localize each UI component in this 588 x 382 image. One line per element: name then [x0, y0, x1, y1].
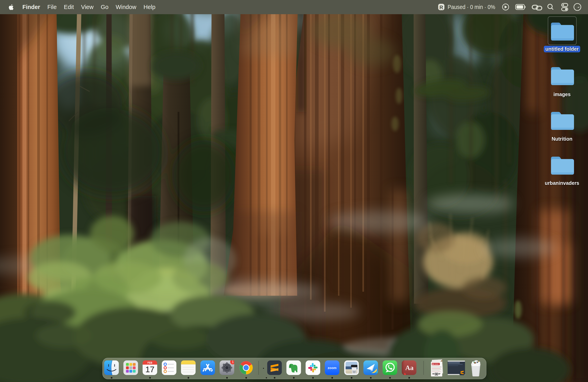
svg-text:FEB: FEB	[147, 362, 152, 364]
svg-text:1: 1	[232, 361, 234, 364]
svg-text:Aa: Aa	[405, 364, 414, 371]
svg-text:R: R	[440, 4, 443, 10]
svg-text:17: 17	[146, 365, 155, 374]
svg-text:zoom: zoom	[328, 366, 336, 370]
svg-text:Paused · 0 min · 0%: Paused · 0 min · 0%	[448, 4, 495, 10]
